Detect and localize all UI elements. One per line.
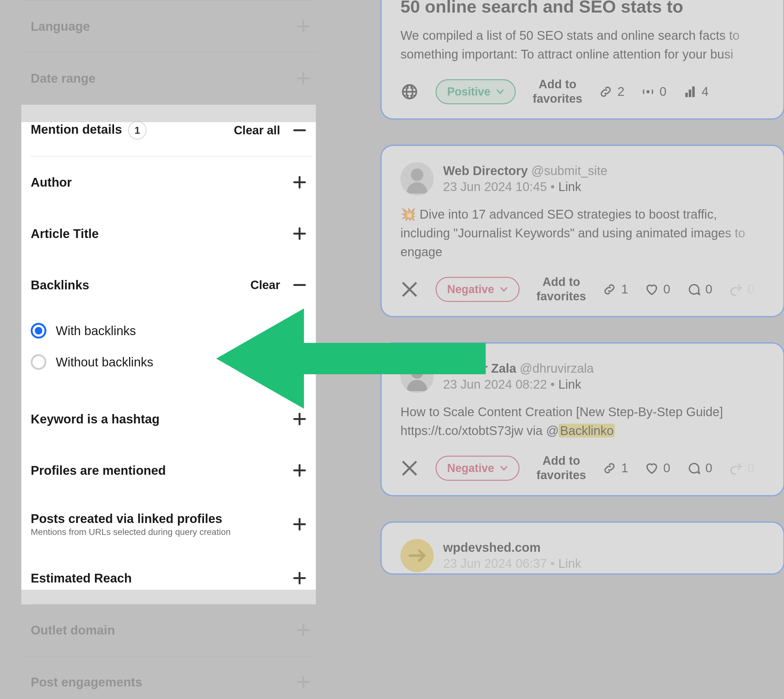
expand-icon[interactable] [294, 70, 312, 87]
filter-label: Posts created via linked profiles [31, 512, 231, 526]
stat-backlinks: 2 [599, 84, 624, 99]
filter-author[interactable]: Author [31, 157, 312, 208]
svg-rect-29 [689, 89, 691, 97]
card-desc: How to Scale Content Creation [New Step-… [400, 403, 764, 440]
filter-sub: Mentions from URLs selected during query… [31, 527, 231, 537]
heart-icon [645, 283, 658, 296]
stat-backlinks: 1 [603, 282, 628, 296]
filter-language[interactable]: Language [21, 0, 316, 53]
filter-label: Backlinks [31, 278, 89, 292]
filter-outlet-domain[interactable]: Outlet domain [21, 605, 316, 656]
filter-sidebar: Language Date range Mention details 1 Cl… [21, 0, 316, 699]
add-to-favorites-button[interactable]: Add tofavorites [537, 275, 586, 303]
sentiment-label: Negative [447, 283, 494, 296]
filter-linked-profiles[interactable]: Posts created via linked profiles Mentio… [31, 496, 312, 552]
expand-icon[interactable] [294, 18, 312, 35]
link-icon [599, 85, 612, 98]
filter-label: Estimated Reach [31, 571, 131, 585]
radio-indicator [31, 323, 47, 338]
avatar [400, 162, 434, 195]
comment-icon [687, 462, 700, 475]
expand-icon[interactable] [291, 515, 308, 533]
radio-without-backlinks[interactable]: Without backlinks [31, 346, 312, 378]
card-footer: Negative Add tofavorites 1 0 0 0 [400, 275, 764, 303]
keyword-highlight: Backlinko [559, 424, 615, 437]
add-to-favorites-button[interactable]: Add tofavorites [537, 454, 586, 482]
expand-icon[interactable] [294, 673, 312, 691]
filter-backlinks[interactable]: Backlinks Clear [31, 259, 312, 311]
source-web-icon [400, 83, 419, 101]
mention-card[interactable]: Web Directory @submit_site 23 Jun 2024 1… [380, 145, 784, 317]
filter-profiles-mentioned[interactable]: Profiles are mentioned [31, 445, 312, 496]
filter-label: Post engagements [31, 675, 142, 689]
bars-icon [683, 85, 697, 98]
sentiment-label: Positive [447, 85, 490, 98]
expand-icon[interactable] [291, 462, 308, 479]
card-desc: 💥 Dive into 17 advanced SEO strategies t… [400, 205, 764, 261]
expand-icon[interactable] [291, 174, 308, 191]
share-icon [729, 462, 742, 475]
stat-likes: 0 [645, 461, 670, 475]
mention-card[interactable]: wpdevshed.com 23 Jun 2024 06:37 • Link [380, 522, 784, 575]
filter-label: Language [31, 20, 90, 33]
add-to-favorites-button[interactable]: Add tofavorites [533, 77, 582, 106]
heart-icon [645, 462, 658, 475]
author-line: Dhruvir Zala @dhruvirzala [443, 361, 594, 376]
stat-comments: 0 [687, 282, 712, 296]
source-x-icon [400, 459, 419, 477]
filter-label: Profiles are mentioned [31, 464, 166, 478]
sentiment-pill[interactable]: Negative [435, 456, 520, 481]
stat-reach: 0 [641, 84, 666, 99]
stat-traffic: 4 [683, 84, 709, 99]
chevron-down-icon [500, 464, 508, 472]
card-desc: We compiled a list of 50 SEO stats and o… [400, 26, 764, 64]
avatar [400, 539, 434, 572]
author-line: Web Directory @submit_site [443, 164, 608, 178]
svg-point-32 [411, 169, 424, 181]
link-icon [603, 462, 616, 475]
radio-label: With backlinks [56, 324, 136, 338]
filter-label: Outlet domain [31, 623, 115, 637]
sentiment-pill[interactable]: Negative [435, 277, 520, 302]
radio-with-backlinks[interactable]: With backlinks [31, 315, 312, 346]
filter-label: Article Title [31, 227, 99, 241]
expand-icon[interactable] [294, 621, 312, 639]
backlinks-radio-group: With backlinks Without backlinks [31, 311, 312, 393]
avatar [400, 360, 434, 393]
filter-keyword-hashtag[interactable]: Keyword is a hashtag [31, 393, 312, 445]
svg-point-34 [411, 366, 424, 379]
collapse-icon[interactable] [291, 276, 308, 294]
meta-line: 23 Jun 2024 06:37 • Link [443, 557, 581, 571]
mention-card[interactable]: 50 online search and SEO stats to We com… [380, 0, 784, 119]
svg-rect-28 [685, 93, 688, 97]
clear-all-link[interactable]: Clear all [234, 124, 280, 137]
chevron-down-icon [496, 88, 504, 96]
author-line: wpdevshed.com [443, 540, 581, 555]
mention-card[interactable]: Dhruvir Zala @dhruvirzala 23 Jun 2024 08… [380, 342, 784, 496]
sentiment-pill[interactable]: Positive [435, 79, 516, 104]
filter-label: Author [31, 176, 72, 189]
filter-mention-details[interactable]: Mention details 1 Clear all [31, 104, 312, 157]
expand-icon[interactable] [291, 569, 308, 587]
stat-shares: 0 [729, 282, 754, 296]
filter-date-range[interactable]: Date range [21, 53, 316, 104]
filter-post-engagements[interactable]: Post engagements [21, 656, 316, 699]
expand-icon[interactable] [291, 410, 308, 428]
card-footer: Positive Add tofavorites 2 0 4 [400, 77, 764, 106]
stat-shares: 0 [729, 461, 754, 475]
chevron-down-icon [500, 285, 508, 293]
collapse-icon[interactable] [291, 121, 308, 139]
link-icon [603, 283, 616, 296]
filter-label: Date range [31, 71, 96, 86]
filter-count-badge: 1 [128, 121, 146, 139]
svg-point-27 [647, 91, 649, 93]
card-footer: Negative Add tofavorites 1 0 0 0 [400, 454, 764, 482]
filter-estimated-reach[interactable]: Estimated Reach [31, 552, 312, 605]
stat-backlinks: 1 [603, 461, 628, 475]
meta-line: 23 Jun 2024 10:45 • Link [443, 180, 608, 194]
expand-icon[interactable] [291, 225, 308, 242]
filter-article-title[interactable]: Article Title [31, 208, 312, 259]
share-icon [729, 283, 742, 296]
source-x-icon [400, 280, 419, 298]
clear-link[interactable]: Clear [250, 278, 280, 292]
